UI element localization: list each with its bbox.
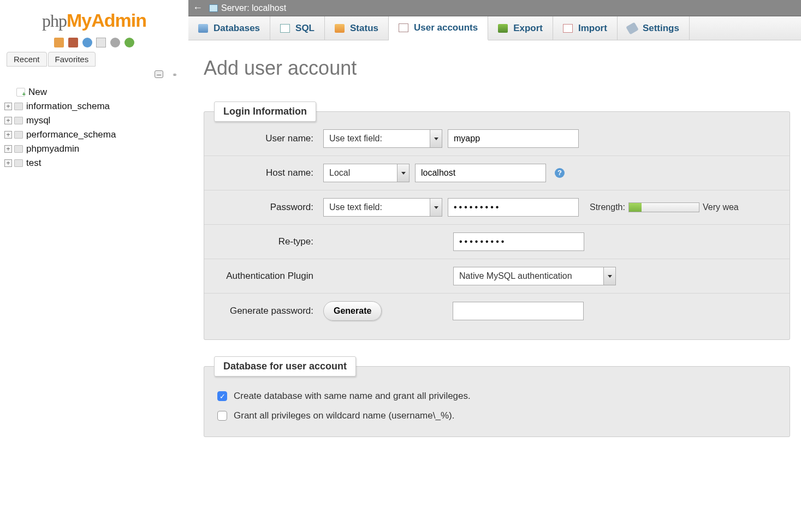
row-username: User name: Use text field: bbox=[204, 122, 790, 156]
link-icon[interactable]: ⚭ bbox=[168, 71, 177, 76]
db-for-user-fieldset: Database for user account ✓ Create datab… bbox=[204, 356, 790, 437]
tab-favorites[interactable]: Favorites bbox=[48, 52, 96, 67]
tab-import[interactable]: Import bbox=[553, 16, 618, 40]
hostname-input[interactable] bbox=[415, 164, 546, 182]
chevron-down-icon bbox=[397, 164, 409, 182]
db-label: performance_schema bbox=[26, 129, 116, 140]
tab-export[interactable]: Export bbox=[488, 16, 553, 40]
chevron-down-icon bbox=[430, 199, 442, 216]
row-generate-password: Generate password: Generate bbox=[204, 294, 790, 328]
tree-db-item[interactable]: + performance_schema bbox=[4, 128, 184, 142]
new-db-icon bbox=[16, 88, 25, 97]
auth-plugin-select[interactable]: Native MySQL authentication bbox=[453, 267, 616, 285]
generate-password-label: Generate password: bbox=[214, 306, 323, 316]
password-input[interactable] bbox=[448, 198, 579, 217]
tree-db-item[interactable]: + phpmyadmin bbox=[4, 142, 184, 156]
main: ← Server: localhost Databases SQL Status… bbox=[188, 0, 801, 532]
checkbox-create-db[interactable]: ✓ bbox=[217, 391, 227, 401]
strength-text: Very wea bbox=[703, 202, 739, 212]
retype-input[interactable] bbox=[453, 232, 584, 251]
db-label: phpmyadmin bbox=[26, 144, 79, 154]
tab-settings[interactable]: Settings bbox=[618, 16, 690, 40]
db-tree: New + information_schema + mysql + perfo… bbox=[0, 82, 188, 170]
database-icon bbox=[14, 145, 23, 153]
content: Add user account Login Information User … bbox=[188, 40, 801, 453]
check-label: Grant all privileges on wildcard name (u… bbox=[234, 410, 454, 421]
row-password: Password: Use text field: Strength: Very… bbox=[204, 190, 790, 225]
topbar: ← Server: localhost bbox=[188, 0, 801, 16]
databases-icon bbox=[198, 24, 208, 33]
expand-icon[interactable]: + bbox=[4, 145, 12, 153]
checkbox-wildcard[interactable] bbox=[217, 411, 227, 421]
nav-settings-icon[interactable] bbox=[110, 38, 120, 47]
login-info-legend: Login Information bbox=[214, 101, 316, 122]
password-mode-select[interactable]: Use text field: bbox=[323, 198, 442, 217]
auth-plugin-label: Authentication Plugin bbox=[214, 271, 323, 282]
tree-new[interactable]: New bbox=[4, 85, 184, 99]
row-auth-plugin: Authentication Plugin Native MySQL authe… bbox=[204, 259, 790, 294]
sidebar-tabs: Recent Favorites bbox=[0, 52, 188, 67]
db-for-user-legend: Database for user account bbox=[214, 356, 356, 376]
nav-tree-controls: – ⚭ bbox=[0, 67, 188, 82]
tab-status[interactable]: Status bbox=[325, 16, 389, 40]
docs-icon[interactable] bbox=[82, 38, 92, 47]
tree-db-item[interactable]: + mysql bbox=[4, 113, 184, 128]
chevron-down-icon bbox=[430, 130, 442, 147]
check-row-create-db[interactable]: ✓ Create database with same name and gra… bbox=[217, 386, 779, 406]
back-arrow-icon[interactable]: ← bbox=[193, 2, 203, 14]
sql-icon bbox=[280, 24, 290, 33]
check-label: Create database with same name and grant… bbox=[234, 391, 471, 402]
export-icon bbox=[498, 24, 508, 33]
tab-databases[interactable]: Databases bbox=[188, 16, 270, 40]
users-icon bbox=[399, 23, 408, 32]
username-mode-select[interactable]: Use text field: bbox=[323, 129, 442, 148]
database-icon bbox=[14, 159, 23, 167]
expand-icon[interactable]: + bbox=[4, 131, 12, 139]
import-icon bbox=[563, 24, 573, 33]
help-icon[interactable]: ? bbox=[555, 168, 565, 178]
tree-db-item[interactable]: + information_schema bbox=[4, 99, 184, 113]
hostname-mode-select[interactable]: Local bbox=[323, 164, 410, 182]
logo[interactable]: phpMyAdmin bbox=[0, 5, 188, 35]
database-icon bbox=[14, 131, 23, 139]
reload-icon[interactable] bbox=[124, 38, 134, 47]
chevron-down-icon bbox=[603, 267, 615, 285]
db-label: mysql bbox=[26, 115, 50, 126]
strength-bar bbox=[628, 202, 699, 212]
logo-part1: php bbox=[42, 11, 67, 31]
generated-password-input[interactable] bbox=[453, 302, 584, 320]
database-icon bbox=[14, 117, 23, 124]
password-label: Password: bbox=[214, 202, 323, 213]
login-info-fieldset: Login Information User name: Use text fi… bbox=[204, 101, 790, 340]
page-title: Add user account bbox=[204, 57, 790, 80]
username-input[interactable] bbox=[448, 129, 579, 148]
server-label[interactable]: Server: localhost bbox=[221, 3, 286, 13]
server-icon bbox=[209, 4, 218, 12]
row-hostname: Host name: Local ? bbox=[204, 156, 790, 190]
collapse-icon[interactable]: – bbox=[155, 70, 163, 78]
generate-button[interactable]: Generate bbox=[323, 301, 382, 321]
tab-sql[interactable]: SQL bbox=[270, 16, 325, 40]
db-label: information_schema bbox=[26, 101, 110, 112]
tree-new-label: New bbox=[28, 87, 47, 98]
tab-user-accounts[interactable]: User accounts bbox=[389, 16, 488, 40]
logo-part2: MyAdmin bbox=[67, 10, 146, 31]
row-retype: Re-type: bbox=[204, 225, 790, 259]
home-icon[interactable] bbox=[54, 38, 64, 47]
tab-recent[interactable]: Recent bbox=[7, 52, 47, 67]
password-strength: Strength: Very wea bbox=[590, 202, 739, 212]
status-icon bbox=[335, 24, 345, 33]
database-icon bbox=[14, 103, 23, 110]
logout-icon[interactable] bbox=[68, 38, 78, 47]
expand-icon[interactable]: + bbox=[4, 117, 12, 124]
hostname-label: Host name: bbox=[214, 168, 323, 178]
main-tabs: Databases SQL Status User accounts Expor… bbox=[188, 16, 801, 40]
query-window-icon[interactable] bbox=[96, 38, 106, 47]
sidebar: phpMyAdmin Recent Favorites – ⚭ New + bbox=[0, 0, 188, 532]
check-row-wildcard[interactable]: Grant all privileges on wildcard name (u… bbox=[217, 406, 779, 426]
expand-icon[interactable]: + bbox=[4, 103, 12, 110]
tree-db-item[interactable]: + test bbox=[4, 156, 184, 170]
expand-icon[interactable]: + bbox=[4, 159, 12, 167]
settings-icon bbox=[626, 22, 639, 34]
sidebar-toolbar bbox=[0, 35, 188, 52]
